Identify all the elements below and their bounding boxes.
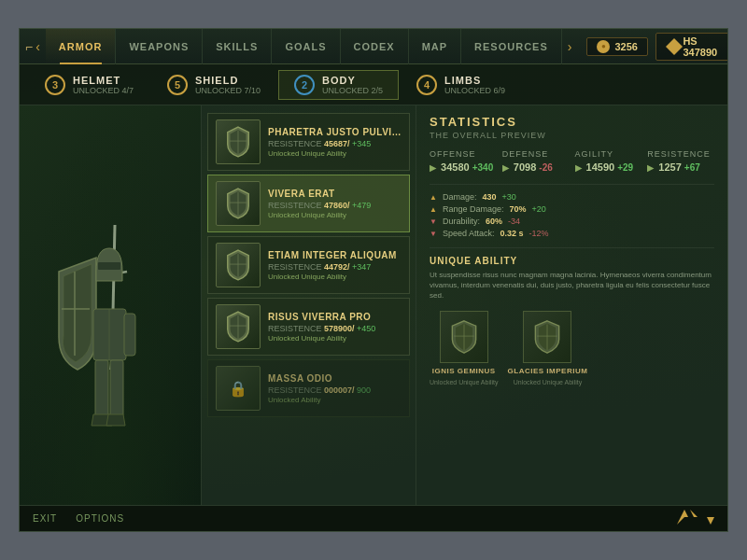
item-info: ETIAM INTEGER ALIQUAMRESISTENCE 44792/ +… bbox=[268, 250, 402, 281]
offense-delta: +340 bbox=[472, 162, 494, 173]
items-panel: PHARETRA JUSTO PULVINARRESISTENCE 45687/… bbox=[202, 105, 416, 505]
item-ability: Unlocked Unique Ability bbox=[268, 334, 402, 343]
nav-item-armor[interactable]: ARMOR bbox=[46, 29, 117, 64]
ability-sub: Unlocked Unique Ability bbox=[430, 379, 499, 385]
svg-rect-7 bbox=[95, 360, 108, 416]
abilities-row: IGNIS GEMINUSUnlocked Unique Ability GLA… bbox=[430, 311, 714, 385]
item-ability: Unlocked Unique Ability bbox=[268, 273, 402, 281]
arrow-up-icon: ▲ bbox=[430, 193, 437, 202]
bottom-logo bbox=[677, 508, 714, 530]
nav-prev-arrow[interactable]: ‹ bbox=[35, 39, 40, 54]
item-ability: Unlocked Unique Ability bbox=[268, 211, 402, 219]
character-figure bbox=[45, 197, 176, 477]
tab-number: 5 bbox=[167, 75, 188, 95]
tab-info: HELMETUNLOCKED 4/7 bbox=[73, 75, 134, 95]
preview-value: 70% bbox=[509, 204, 526, 214]
gold-value: 3256 bbox=[614, 41, 637, 52]
bottom-left: EXIT OPTIONS bbox=[33, 513, 124, 524]
arrow-down-icon: ▼ bbox=[430, 230, 437, 238]
list-item[interactable]: VIVERA ERATRESISTENCE 47860/ +479Unlocke… bbox=[207, 175, 410, 232]
defense-val: 7098 bbox=[514, 161, 536, 173]
character-panel bbox=[20, 105, 202, 505]
tab-number: 3 bbox=[45, 75, 65, 95]
ability-icon bbox=[523, 311, 571, 363]
content-area: 3HELMETUNLOCKED 4/75SHIELDUNLOCKED 7/102… bbox=[20, 64, 727, 531]
ability-item-0: IGNIS GEMINUSUnlocked Unique Ability bbox=[430, 311, 499, 385]
item-name: MASSA ODIO bbox=[268, 373, 402, 384]
preview-value: 430 bbox=[482, 192, 496, 202]
tab-name: BODY bbox=[322, 75, 383, 86]
item-resistance: RESISTENCE 47860/ +479 bbox=[268, 201, 402, 210]
nav-item-goals[interactable]: GOALS bbox=[272, 29, 340, 64]
item-thumbnail bbox=[216, 119, 261, 164]
preview-row: ▼Speed Attack: 0.32 s -12% bbox=[430, 229, 714, 238]
armor-tab-body[interactable]: 2BODYUNLOCKED 2/5 bbox=[278, 70, 399, 100]
tab-info: SHIELDUNLOCKED 7/10 bbox=[195, 75, 261, 95]
item-resistance: RESISTENCE 000007/ 900 bbox=[268, 385, 402, 395]
defense-delta: -26 bbox=[539, 162, 552, 173]
preview-label: Range Damage: bbox=[443, 204, 504, 214]
shield-icon bbox=[224, 125, 252, 159]
arrow-up-icon: ▲ bbox=[430, 205, 437, 214]
resistence-val: 1257 bbox=[658, 161, 681, 173]
list-item[interactable]: RISUS VIVERRA PRORESISTENCE 578900/ +450… bbox=[207, 298, 410, 356]
stat-offense: OFFENSE ▶ 34580 +340 bbox=[430, 149, 497, 173]
tab-info: BODYUNLOCKED 2/5 bbox=[322, 75, 383, 95]
agility-arrow: ▶ bbox=[575, 163, 582, 173]
nav-item-weapons[interactable]: WEAPONS bbox=[116, 29, 203, 64]
unique-ability-desc: Ut suspendisse risus nunc magnam magna l… bbox=[430, 270, 714, 301]
item-name: VIVERA ERAT bbox=[268, 189, 402, 199]
armor-tab-limbs[interactable]: 4LIMBSUNLOCKED 6/9 bbox=[401, 70, 521, 100]
stats-subtitle: THE OVERALL PREVIEW bbox=[430, 131, 714, 140]
item-resistance: RESISTENCE 578900/ +450 bbox=[268, 324, 402, 333]
list-item[interactable]: PHARETRA JUSTO PULVINARRESISTENCE 45687/… bbox=[207, 113, 410, 171]
gold-icon: ● bbox=[597, 40, 610, 53]
stat-defense: DEFENSE ▶ 7098 -26 bbox=[502, 149, 570, 173]
nav-item-map[interactable]: MAP bbox=[409, 29, 461, 64]
va-logo-svg bbox=[677, 508, 714, 526]
agility-delta: +29 bbox=[617, 162, 633, 173]
item-thumbnail bbox=[216, 304, 261, 349]
preview-delta: -12% bbox=[529, 229, 549, 238]
arrow-down-icon: ▼ bbox=[430, 217, 437, 226]
agility-val: 14590 bbox=[586, 161, 615, 173]
ability-sub: Unlocked Unique Ability bbox=[514, 379, 583, 385]
stat-agility: AGILITY ▶ 14590 +29 bbox=[575, 149, 642, 173]
preview-delta: +30 bbox=[501, 192, 515, 202]
tab-sub: UNLOCKED 7/10 bbox=[195, 86, 261, 95]
list-item[interactable]: 🔒MASSA ODIORESISTENCE 000007/ 900Unlocke… bbox=[207, 359, 410, 417]
hs-icon bbox=[666, 38, 678, 55]
ability-item-1: GLACIES IMPERIUMUnlocked Unique Ability bbox=[508, 311, 588, 385]
preview-value: 60% bbox=[486, 217, 502, 226]
nav-right: ● 3256 HS 347890 bbox=[577, 33, 728, 61]
svg-rect-8 bbox=[110, 360, 123, 416]
armor-tab-shield[interactable]: 5SHIELDUNLOCKED 7/10 bbox=[151, 70, 276, 100]
nav-item-codex[interactable]: CODEX bbox=[341, 29, 409, 64]
item-name: PHARETRA JUSTO PULVINAR bbox=[268, 127, 402, 137]
armor-tab-helmet[interactable]: 3HELMETUNLOCKED 4/7 bbox=[29, 70, 149, 100]
main-area: PHARETRA JUSTO PULVINARRESISTENCE 45687/… bbox=[20, 105, 727, 505]
tab-sub: UNLOCKED 6/9 bbox=[444, 86, 505, 95]
knight-svg bbox=[45, 197, 157, 477]
svg-rect-4 bbox=[93, 309, 126, 360]
nav-item-skills[interactable]: SKILLS bbox=[203, 29, 272, 64]
preview-value: 0.32 s bbox=[500, 229, 523, 238]
preview-label: Speed Attack: bbox=[443, 229, 495, 238]
defense-arrow: ▶ bbox=[502, 163, 509, 173]
exit-button[interactable]: EXIT bbox=[33, 513, 57, 524]
bottom-bar: EXIT OPTIONS bbox=[20, 505, 727, 531]
resistence-delta: +67 bbox=[684, 162, 700, 173]
tab-name: HELMET bbox=[73, 75, 134, 86]
svg-rect-9 bbox=[124, 314, 135, 356]
item-thumbnail bbox=[216, 243, 261, 287]
list-item[interactable]: ETIAM INTEGER ALIQUAMRESISTENCE 44792/ +… bbox=[207, 236, 410, 294]
options-button[interactable]: OPTIONS bbox=[76, 513, 124, 524]
item-info: MASSA ODIORESISTENCE 000007/ 900Unlocked… bbox=[268, 373, 402, 404]
tab-info: LIMBSUNLOCKED 6/9 bbox=[444, 75, 505, 95]
item-name: RISUS VIVERRA PRO bbox=[268, 312, 402, 322]
nav-next-arrow[interactable]: › bbox=[562, 39, 578, 54]
item-info: RISUS VIVERRA PRORESISTENCE 578900/ +450… bbox=[268, 312, 402, 343]
shield-icon bbox=[224, 310, 252, 343]
item-thumbnail bbox=[216, 181, 261, 226]
nav-item-resources[interactable]: RESOURCES bbox=[461, 29, 562, 64]
